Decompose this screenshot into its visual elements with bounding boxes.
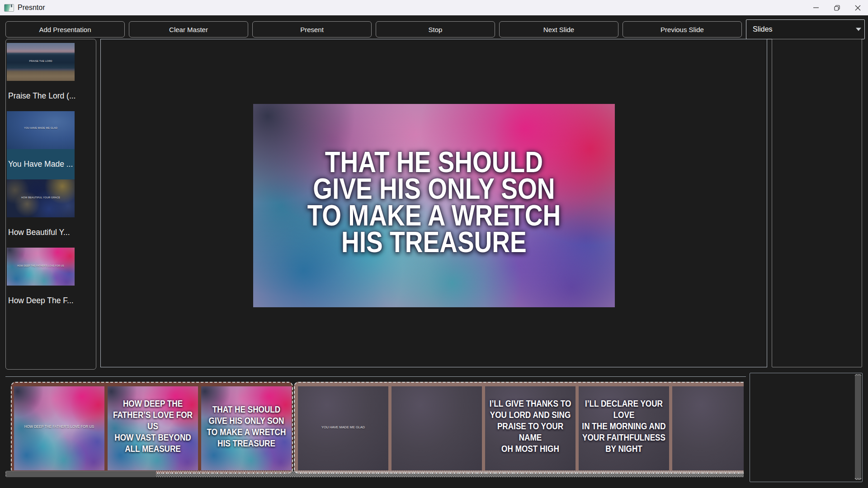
slide-lyrics: HOW DEEP THE FATHER’S LOVE FOR US HOW VA… (109, 398, 197, 455)
lyric-line: HIS TREASURE (307, 229, 561, 256)
window-title: Presntor (18, 4, 45, 12)
presentation-item-how-beautiful[interactable]: HOW BEAUTIFUL YOUR GRACE How Beautiful Y… (7, 179, 75, 248)
app-icon (4, 4, 14, 12)
slide-caption: YOU HAVE MADE ME GLAD (302, 425, 385, 429)
filmstrip-canvas: HOW DEEP THE FATHER’S LOVE FOR US HOW DE… (5, 378, 744, 479)
horizontal-scrollbar-thumb[interactable] (6, 471, 156, 477)
presentation-thumbnail: HOW DEEP THE FATHER’S LOVE FOR US (7, 248, 75, 286)
bottom-right-panel (750, 373, 863, 482)
slide-caption: HOW DEEP THE FATHER’S LOVE FOR US (18, 424, 101, 429)
lyric-line: TO MAKE A WRETCH (307, 202, 561, 229)
filmstrip-group-how-deep: HOW DEEP THE FATHER’S LOVE FOR US HOW DE… (11, 382, 293, 474)
titlebar: Presntor (0, 0, 868, 15)
thumbnail-caption: PRAISE THE LORD (10, 60, 71, 62)
filmstrip-slide-lyric[interactable]: I’LL DECLARE YOUR LOVE IN THE MORNING AN… (579, 386, 669, 470)
restore-button[interactable] (826, 0, 847, 15)
presentation-label: You Have Made ... (7, 149, 75, 179)
filmstrip-group-you-have-made: YOU HAVE MADE ME GLAD I’LL GIVE THANKS T… (294, 382, 744, 474)
present-button[interactable]: Present (252, 21, 372, 38)
slides-dropdown-value: Slides (753, 25, 773, 33)
slides-dropdown[interactable]: Slides (746, 19, 865, 39)
lyric-line: FATHER’S LOVE FOR US (109, 409, 197, 432)
presentation-list-panel: PRAISE THE LORD Praise The Lord (... YOU… (5, 39, 96, 370)
filmstrip-separator (5, 376, 746, 377)
presentation-thumbnail: HOW BEAUTIFUL YOUR GRACE (7, 179, 75, 217)
filmstrip-slide-blank[interactable] (672, 386, 744, 470)
slide-lyrics: I’LL DECLARE YOUR LOVE IN THE MORNING AN… (580, 398, 668, 455)
presentation-label: Praise The Lord (... (7, 81, 75, 111)
add-presentation-button[interactable]: Add Presentation (5, 21, 125, 38)
minimize-icon (813, 5, 819, 10)
close-icon (855, 5, 861, 11)
presentation-item-how-deep[interactable]: HOW DEEP THE FATHER’S LOVE FOR US How De… (7, 248, 75, 316)
presentation-label: How Beautiful Y... (7, 217, 75, 248)
filmstrip-slide-title[interactable]: YOU HAVE MADE ME GLAD (298, 386, 388, 470)
slide-lyrics: THAT HE SHOULD GIVE HIS ONLY SON TO MAKE… (203, 404, 290, 449)
window-controls (806, 0, 868, 15)
slide-lyrics: THAT HE SHOULD GIVE HIS ONLY SON TO MAKE… (307, 149, 561, 256)
right-side-panel (772, 39, 862, 367)
chevron-down-icon (856, 28, 861, 31)
lyric-line: YOUR FAITHFULNESS (580, 432, 668, 443)
lyric-line: BY NIGHT (580, 443, 668, 455)
presentation-thumbnail: PRAISE THE LORD (7, 43, 75, 81)
restore-icon (834, 5, 840, 11)
presentation-item-praise-the-lord[interactable]: PRAISE THE LORD Praise The Lord (... (7, 43, 75, 111)
thumbnail-caption: YOU HAVE MADE ME GLAD (10, 127, 71, 129)
lyric-line: I’LL DECLARE YOUR LOVE (580, 398, 668, 421)
lyric-line: GIVE HIS ONLY SON (203, 415, 290, 427)
lyric-line: THAT HE SHOULD (203, 404, 290, 415)
lyric-line: HIS TREASURE (203, 438, 290, 449)
minimize-button[interactable] (806, 0, 826, 15)
current-slide-preview: THAT HE SHOULD GIVE HIS ONLY SON TO MAKE… (253, 104, 615, 307)
vertical-scrollbar-thumb[interactable] (855, 375, 861, 478)
thumbnail-caption: HOW BEAUTIFUL YOUR GRACE (10, 196, 71, 199)
lyric-line: GIVE HIS ONLY SON (307, 176, 561, 202)
lyric-line: OH MOST HIGH (486, 443, 574, 455)
clear-master-button[interactable]: Clear Master (129, 21, 248, 38)
slide-preview-panel: THAT HE SHOULD GIVE HIS ONLY SON TO MAKE… (100, 39, 767, 367)
filmstrip-slide-lyric[interactable]: HOW DEEP THE FATHER’S LOVE FOR US HOW VA… (108, 386, 198, 470)
filmstrip-horizontal-scrollbar[interactable] (5, 471, 744, 477)
lyric-line: THAT HE SHOULD (307, 149, 561, 176)
next-slide-button[interactable]: Next Slide (499, 21, 618, 38)
vertical-scrollbar[interactable] (855, 374, 861, 480)
previous-slide-button[interactable]: Previous Slide (623, 21, 742, 38)
filmstrip-slide-lyric-current[interactable]: THAT HE SHOULD GIVE HIS ONLY SON TO MAKE… (201, 386, 292, 470)
lyric-line: I’LL GIVE THANKS TO (486, 398, 574, 409)
lyric-line: YOU LORD AND SING (486, 409, 574, 421)
lyric-line: TO MAKE A WRETCH (203, 427, 290, 438)
filmstrip-slide-blank[interactable] (392, 386, 482, 470)
lyric-line: PRAISE TO YOUR NAME (486, 421, 574, 443)
presentation-item-you-have-made[interactable]: YOU HAVE MADE ME GLAD You Have Made ... (7, 111, 75, 179)
lyric-line: HOW VAST BEYOND (109, 432, 197, 443)
thumbnail-caption: HOW DEEP THE FATHER’S LOVE FOR US (10, 264, 71, 267)
slide-lyrics: I’LL GIVE THANKS TO YOU LORD AND SING PR… (486, 398, 574, 455)
close-button[interactable] (847, 0, 868, 15)
lyric-line: ALL MEASURE (109, 443, 197, 455)
lyric-line: IN THE MORNING AND (580, 421, 668, 432)
lyric-line: HOW DEEP THE (109, 398, 197, 409)
presentation-thumbnail: YOU HAVE MADE ME GLAD (7, 111, 75, 149)
presentation-label: How Deep The F... (7, 286, 75, 316)
filmstrip-slide-title[interactable]: HOW DEEP THE FATHER’S LOVE FOR US (14, 386, 104, 470)
filmstrip-slide-lyric[interactable]: I’LL GIVE THANKS TO YOU LORD AND SING PR… (485, 386, 576, 470)
stop-button[interactable]: Stop (376, 21, 495, 38)
